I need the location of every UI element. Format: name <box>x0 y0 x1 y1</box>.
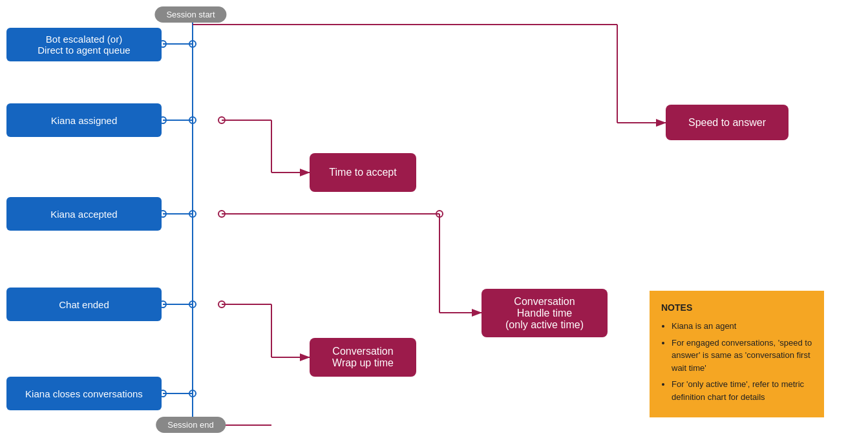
metric-conversation-handle-time: Conversation Handle time (only active ti… <box>482 289 608 337</box>
svg-point-7 <box>189 41 196 47</box>
metric-time-to-accept: Time to accept <box>310 153 416 192</box>
notes-item-1: Kiana is an agent <box>672 320 812 333</box>
notes-item-2: For engaged conversations, 'speed to ans… <box>672 337 812 375</box>
svg-point-12 <box>218 117 225 123</box>
event-kiana-closes: Kiana closes conversations <box>6 377 162 410</box>
svg-point-23 <box>189 301 196 308</box>
svg-point-25 <box>218 301 225 308</box>
diagram-container: Session start Session end Bot escalated … <box>0 0 868 440</box>
svg-point-10 <box>189 117 196 123</box>
event-kiana-assigned: Kiana assigned <box>6 103 162 137</box>
event-kiana-accepted: Kiana accepted <box>6 197 162 231</box>
session-start-pill: Session start <box>154 6 226 23</box>
event-chat-ended: Chat ended <box>6 288 162 321</box>
event-bot-escalated: Bot escalated (or) Direct to agent queue <box>6 28 162 61</box>
notes-item-3: For 'only active time', refer to metric … <box>672 378 812 403</box>
notes-list: Kiana is an agent For engaged conversati… <box>661 320 812 403</box>
notes-box: NOTES Kiana is an agent For engaged conv… <box>650 291 824 417</box>
svg-point-19 <box>218 211 225 217</box>
metric-conversation-wrap-up: Conversation Wrap up time <box>310 338 416 377</box>
notes-title: NOTES <box>661 301 812 315</box>
session-end-pill: Session end <box>156 417 226 433</box>
metric-speed-to-answer: Speed to answer <box>666 105 789 140</box>
svg-point-17 <box>189 211 196 217</box>
svg-point-20 <box>436 211 443 217</box>
svg-point-31 <box>189 390 196 397</box>
